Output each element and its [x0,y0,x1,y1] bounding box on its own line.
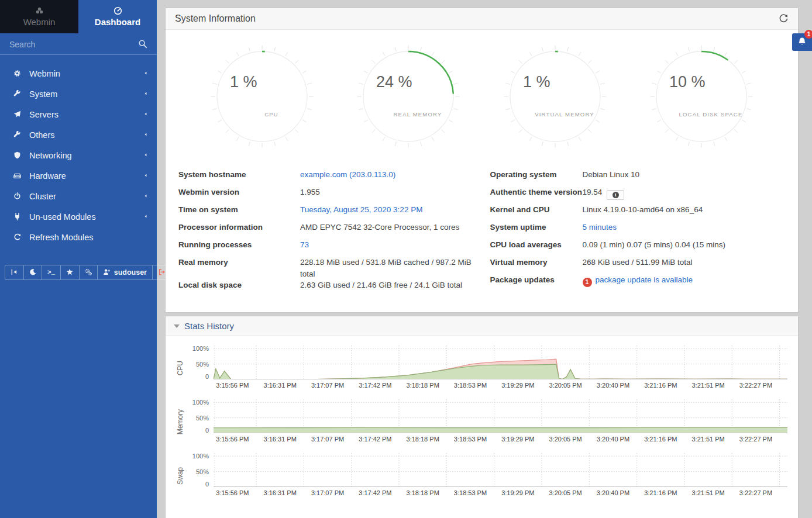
sidebar-item-system[interactable]: System [0,84,157,104]
chart-y-axis-title: Swap [174,453,187,499]
logged-in-user-button[interactable]: sudouser [98,265,153,279]
gauge-value: 24 % [376,73,412,91]
terminal-icon: >_ [47,269,55,276]
info-value-link[interactable]: 73 [300,240,309,249]
x-tick-label: 3:17:07 PM [311,489,344,496]
sidebar-item-label: Others [29,130,143,140]
info-label: Kernel and CPU [490,205,583,214]
night-mode-button[interactable] [24,265,43,279]
tab-webmin[interactable]: Webmin [0,0,78,33]
info-label: Running processes [178,240,300,249]
chart-y-axis-title: CPU [174,346,187,391]
chart-y-ticks: 100%50%0 [187,453,214,487]
wrench-icon [10,90,24,98]
x-tick-label: 3:18:18 PM [407,489,439,496]
chart-plot-area [214,453,787,487]
notifications-button[interactable]: 1 [792,33,812,51]
y-tick-label: 0 [205,481,209,488]
sidebar-item-webmin[interactable]: Webmin [0,63,157,84]
sidebar-item-label: System [29,89,143,99]
stats-history-header[interactable]: Stats History [166,316,798,336]
caret-left-icon [143,193,149,199]
y-tick-label: 0 [205,427,209,434]
info-value-link[interactable]: example.com (203.0.113.0) [300,170,395,179]
info-value-link[interactable]: 5 minutes [583,223,617,232]
sidebar-search [0,33,157,55]
caret-left-icon [143,172,149,179]
sidebar-item-hardware[interactable]: Hardware [0,165,157,186]
shield-icon [10,151,24,159]
sidebar-item-others[interactable]: Others [0,125,157,145]
sidebar-item-label: Hardware [29,171,143,181]
system-info-right-column: Operating systemDebian Linux 10Authentic… [490,169,787,297]
webmin-logo-icon [35,6,44,15]
package-updates-badge: 1 [583,278,592,287]
x-tick-label: 3:20:40 PM [597,489,629,496]
info-label: System hostname [178,170,300,179]
info-icon: i [613,192,619,198]
x-tick-label: 3:18:18 PM [407,436,439,443]
y-tick-label: 100% [192,399,209,406]
sidebar-item-un-used-modules[interactable]: Un-used Modules [0,206,157,227]
info-label: Virtual memory [490,258,583,267]
info-value: Linux 4.19.0-10-amd64 on x86_64 [583,204,703,216]
search-icon[interactable] [138,39,147,50]
caret-left-icon [143,111,149,118]
sidebar-item-cluster[interactable]: Cluster [0,186,157,206]
x-tick-label: 3:21:16 PM [644,436,677,443]
y-tick-label: 100% [192,453,209,460]
x-tick-label: 3:16:31 PM [264,436,297,443]
sidebar: Webmin Dashboard WebminSystemServersOthe… [0,0,157,518]
sidebar-item-label: Webmin [29,69,143,78]
info-value: 2.63 GiB used / 21.46 GiB free / 24.1 Gi… [300,279,462,291]
x-tick-label: 3:17:42 PM [359,382,391,389]
search-input[interactable] [9,40,138,49]
info-value-text: AMD EPYC 7542 32-Core Processor, 1 cores [300,223,459,232]
info-value: 1package update is available [583,274,693,287]
refresh-icon [10,233,24,241]
tab-webmin-label: Webmin [23,17,56,27]
info-value-text: 0.09 (1 min) 0.07 (5 mins) 0.04 (15 mins… [583,240,726,249]
collapse-sidebar-button[interactable] [5,265,24,279]
sidebar-item-label: Un-used Modules [29,212,143,222]
x-tick-label: 3:22:27 PM [739,436,772,443]
info-value-link[interactable]: Tuesday, August 25, 2020 3:22 PM [300,205,422,214]
sidebar-nav: WebminSystemServersOthersNetworkingHardw… [0,63,157,247]
star-icon [66,268,74,277]
x-tick-label: 3:16:31 PM [264,489,297,496]
x-tick-label: 3:22:27 PM [739,382,772,389]
theme-settings-button[interactable] [80,265,98,279]
gauge-label: CPU [264,111,278,118]
x-tick-label: 3:19:29 PM [501,436,534,443]
gauge-label: LOCAL DISK SPACE [679,111,742,118]
x-tick-label: 3:21:16 PM [644,489,677,496]
refresh-page-icon[interactable] [779,14,789,24]
x-tick-label: 3:20:05 PM [549,436,582,443]
info-row-real-memory: Real memory228.18 MiB used / 531.8 MiB c… [178,257,475,279]
x-tick-label: 3:21:51 PM [691,489,724,496]
info-value-link[interactable]: package update is available [596,275,693,284]
x-tick-label: 3:15:56 PM [216,489,249,496]
info-row-kernel-and-cpu: Kernel and CPULinux 4.19.0-10-amd64 on x… [490,204,787,222]
favorites-button[interactable] [61,265,80,279]
main-content: System Information 1 % CPU 24 % REAL MEM… [157,0,812,518]
sidebar-item-servers[interactable]: Servers [0,104,157,125]
system-info-table: System hostnameexample.com (203.0.113.0)… [166,161,798,312]
x-tick-label: 3:21:51 PM [691,436,724,443]
info-row-operating-system: Operating systemDebian Linux 10 [490,169,787,187]
page-title: System Information [175,13,779,24]
terminal-button[interactable]: >_ [42,265,61,279]
gauge-virtual-memory: 1 % VIRTUAL MEMORY [504,45,607,150]
sidebar-item-refresh-modules[interactable]: Refresh Modules [0,227,157,247]
info-label: Real memory [178,258,300,267]
x-tick-label: 3:18:18 PM [407,382,439,389]
chart-y-axis-title: Memory [174,399,187,445]
info-value: Debian Linux 10 [583,169,640,181]
tab-dashboard[interactable]: Dashboard [78,0,157,33]
theme-info-button[interactable]: i [607,190,624,200]
x-tick-label: 3:15:56 PM [216,436,249,443]
collapse-icon [11,268,18,277]
gauge-value: 1 % [230,73,257,91]
info-label: Local disk space [178,281,300,289]
sidebar-item-networking[interactable]: Networking [0,145,157,165]
